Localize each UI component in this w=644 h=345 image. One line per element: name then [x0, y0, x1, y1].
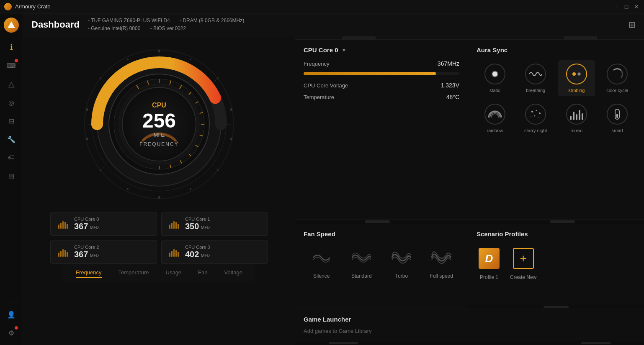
tab-temperature[interactable]: Temperature — [118, 269, 149, 278]
right-top-row: CPU Core 0 ▼ Frequency 367MHz CPU Core V… — [295, 40, 644, 220]
tab-frequency[interactable]: Frequency — [76, 269, 101, 278]
gauge-center: CPU 256 MHz FREQUENCY — [139, 102, 178, 147]
left-panel: CPU 256 MHz FREQUENCY — [23, 36, 295, 345]
aura-modes-grid: static breathing — [477, 60, 636, 136]
aura-color-cycle[interactable]: color cycle — [599, 60, 636, 96]
header: Dashboard - TUF GAMING Z690-PLUS WIFI D4… — [23, 13, 644, 36]
core-0-info: CPU Core 0 367 MHz — [74, 217, 151, 231]
sidebar-item-update[interactable]: △ — [3, 76, 19, 92]
tab-usage[interactable]: Usage — [166, 269, 182, 278]
svg-point-69 — [538, 117, 539, 118]
sidebar-logo — [4, 18, 19, 33]
fan-option-fullspeed[interactable]: Full speed — [424, 246, 460, 279]
svg-point-11 — [127, 188, 129, 190]
aura-header: Aura Sync — [477, 46, 636, 54]
temp-value: 48°C — [446, 94, 459, 100]
sidebar-item-keyboard[interactable]: ⌨ — [3, 58, 19, 74]
sidebar-item-news[interactable]: ▤ — [3, 168, 19, 184]
aura-strobing-label: strobing — [568, 88, 585, 93]
static-dot — [492, 71, 498, 77]
fan-option-standard[interactable]: Standard — [344, 246, 380, 279]
aura-starry-night[interactable]: starry night — [518, 100, 554, 136]
connector-nub-2 — [550, 220, 575, 223]
fan-options-grid: Silence Standard — [304, 246, 459, 279]
svg-rect-59 — [169, 253, 170, 257]
app-title: Armoury Crate — [15, 3, 613, 10]
static-icon — [484, 64, 505, 84]
sidebar-item-controller[interactable]: ◎ — [3, 95, 19, 110]
system-dram: DRAM (8.0GB & 2666MHz) — [183, 18, 244, 23]
svg-point-9 — [190, 188, 191, 190]
core-1-value: 350 — [185, 222, 199, 231]
core-0-value: 367 — [74, 222, 88, 231]
svg-point-66 — [539, 112, 541, 114]
strobing-dot-1 — [572, 72, 576, 76]
scenario-create-new[interactable]: + Create New — [510, 246, 536, 280]
thermometer-icon — [615, 109, 620, 120]
sidebar-item-home[interactable]: ℹ — [3, 39, 19, 55]
scenario-items: D Profile 1 + — [477, 246, 636, 280]
temp-label: Temperature — [304, 94, 334, 100]
profile1-logo: D — [479, 248, 500, 269]
svg-rect-51 — [173, 221, 175, 229]
color-cycle-ring — [611, 68, 623, 80]
starry-night-icon — [525, 104, 546, 125]
cpu-core-0: CPU Core 0 367 MHz — [50, 212, 157, 236]
sidebar-item-tag[interactable]: 🏷 — [3, 150, 19, 166]
music-bar-2 — [573, 112, 574, 120]
scenario-title: Scenario Profiles — [477, 230, 528, 238]
music-bar-3 — [576, 114, 577, 120]
gauge-label: CPU — [139, 102, 178, 109]
cpu-core-dropdown[interactable]: ▼ — [342, 47, 347, 53]
svg-line-21 — [214, 166, 218, 170]
svg-point-6 — [230, 108, 232, 111]
tab-fan[interactable]: Fan — [198, 269, 207, 278]
aura-breathing[interactable]: breathing — [518, 60, 554, 96]
strobing-dot-2 — [577, 72, 581, 76]
gauge-sublabel: FREQUENCY — [139, 141, 178, 147]
voltage-value: 1.323V — [441, 82, 459, 89]
standard-fan-svg — [351, 249, 372, 266]
close-button[interactable]: ✕ — [633, 3, 640, 10]
fan-option-silence[interactable]: Silence — [304, 246, 340, 279]
rainbow-icon — [484, 104, 505, 125]
sidebar-item-wrench[interactable]: 🔧 — [3, 131, 19, 147]
scenario-header: Scenario Profiles — [477, 230, 636, 238]
tab-voltage[interactable]: Voltage — [224, 269, 242, 278]
cpu-core-2: CPU Core 2 367 MHz — [50, 240, 157, 264]
svg-rect-53 — [178, 224, 179, 229]
system-dash1: - — [88, 18, 91, 23]
turbo-label: Turbo — [395, 273, 408, 279]
aura-rainbow[interactable]: rainbow — [477, 100, 513, 136]
sidebar-item-settings[interactable]: ⚙ — [3, 325, 19, 341]
sidebar-item-sliders[interactable]: ⊟ — [3, 113, 19, 129]
svg-rect-45 — [60, 223, 62, 229]
core-0-unit: MHz — [90, 225, 99, 230]
svg-rect-57 — [64, 250, 66, 257]
music-bar-1 — [570, 116, 572, 120]
connector-tab-1 — [342, 36, 376, 40]
svg-marker-0 — [8, 21, 15, 28]
fan-option-turbo[interactable]: Turbo — [384, 246, 420, 279]
sidebar-item-user[interactable]: 👤 — [3, 307, 19, 322]
header-settings-icon[interactable]: ⊞ — [629, 20, 636, 30]
scenario-profile1[interactable]: D Profile 1 — [477, 246, 502, 280]
app-logo-icon — [4, 3, 12, 10]
bottom-tab-2 — [581, 342, 611, 344]
right-panels: CPU Core 0 ▼ Frequency 367MHz CPU Core V… — [295, 36, 644, 345]
window-controls: − □ ✕ — [613, 3, 640, 10]
music-bars — [570, 108, 583, 120]
cpu-stats-header: CPU Core 0 ▼ — [304, 46, 459, 54]
aura-music[interactable]: music — [558, 100, 595, 136]
minimize-button[interactable]: − — [613, 3, 620, 10]
maximize-button[interactable]: □ — [623, 3, 630, 10]
svg-rect-62 — [175, 250, 177, 257]
profile1-letter: D — [485, 252, 493, 265]
cpu-stats-title: CPU Core 0 — [304, 46, 338, 54]
aura-smart[interactable]: smart — [599, 100, 636, 136]
notification-badge — [14, 59, 18, 63]
aura-strobing[interactable]: strobing — [558, 60, 595, 96]
standard-label: Standard — [351, 273, 372, 279]
aura-static[interactable]: static — [477, 60, 513, 96]
smart-icon — [607, 104, 628, 125]
